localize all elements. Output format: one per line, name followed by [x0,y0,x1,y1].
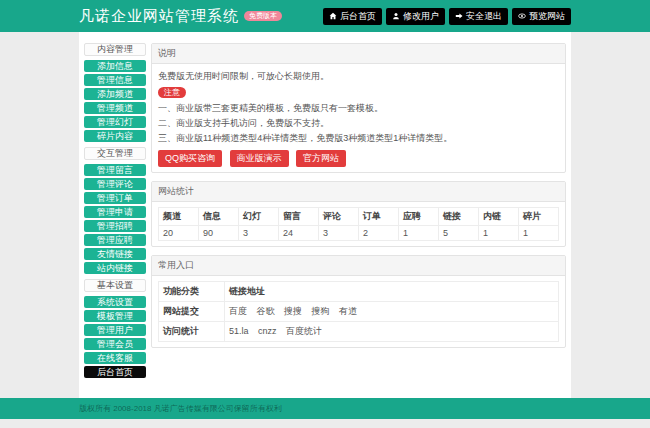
nav-backend-home-button[interactable]: 后台首页 [323,8,382,25]
entries-col-address: 链接地址 [225,282,559,302]
sidebar-item-fragment-content[interactable]: 碎片内容 [84,130,146,142]
stats-value: 5 [439,226,479,241]
note-item: 三、商业版11种频道类型4种详情类型，免费版3种频道类型1种详情类型。 [158,132,559,145]
stats-col-header: 链接 [439,208,479,226]
stats-col-header: 内链 [479,208,519,226]
sidebar-item-online-service[interactable]: 在线客服 [84,352,146,364]
sidebar-item-system-settings[interactable]: 系统设置 [84,296,146,308]
common-entries-title: 常用入口 [152,256,565,276]
top-bar: 凡诺企业网站管理系统 免费版本 后台首页 修改用户 安全退出 预览网站 [0,0,650,32]
nav-button-label: 预览网站 [529,12,565,21]
sidebar-item-backend-home[interactable]: 后台首页 [84,366,146,378]
sidebar-item-manage-applications[interactable]: 管理申请 [84,206,146,218]
entries-row-visit-stats: 访问统计 51.la cnzz 百度统计 [159,322,559,342]
sidebar-section-content-mgmt: 内容管理 [84,43,146,56]
entries-header-row: 功能分类 链接地址 [159,282,559,302]
sidebar: 内容管理 添加信息 管理信息 添加频道 管理频道 管理幻灯 碎片内容 交互管理 … [84,38,146,392]
eye-icon [518,12,526,20]
stats-value-row: 20 90 3 24 3 2 1 5 1 1 [159,226,559,241]
home-icon [329,12,337,20]
qq-purchase-consult-button[interactable]: QQ购买咨询 [158,150,222,167]
note-item: 二、商业版支持手机访问，免费版不支持。 [158,117,559,130]
app-title: 凡诺企业网站管理系统 [79,7,239,26]
entries-row-label: 网站提交 [159,302,225,322]
page: 凡诺企业网站管理系统 免费版本 后台首页 修改用户 安全退出 预览网站 [0,0,650,428]
notes-panel-title: 说明 [152,44,565,64]
logout-icon [455,12,463,20]
submit-link-youdao[interactable]: 有道 [339,306,357,316]
sidebar-section-interaction-mgmt: 交互管理 [84,147,146,160]
stats-col-header: 幻灯 [239,208,279,226]
stats-value: 2 [359,226,399,241]
stats-value: 24 [279,226,319,241]
entries-row-label: 访问统计 [159,322,225,342]
sidebar-item-manage-messages[interactable]: 管理留言 [84,164,146,176]
submit-link-google[interactable]: 谷歌 [257,306,275,316]
site-stats-panel: 网站统计 频道 信息 幻灯 留言 评论 订单 应聘 链接 内链 [151,181,566,247]
sidebar-item-add-channel[interactable]: 添加频道 [84,88,146,100]
stats-value: 3 [319,226,359,241]
stats-col-header: 碎片 [519,208,559,226]
sidebar-section-basic-settings: 基本设置 [84,279,146,292]
common-entries-panel: 常用入口 功能分类 链接地址 网站提交 百度 谷歌 搜搜 [151,255,566,348]
entries-col-category: 功能分类 [159,282,225,302]
sidebar-item-internal-links[interactable]: 站内链接 [84,262,146,274]
nav-button-label: 后台首页 [340,12,376,21]
nav-preview-site-button[interactable]: 预览网站 [512,8,571,25]
site-stats-table: 频道 信息 幻灯 留言 评论 订单 应聘 链接 内链 碎片 20 [158,207,559,241]
sidebar-item-manage-slides[interactable]: 管理幻灯 [84,116,146,128]
sidebar-item-manage-comments[interactable]: 管理评论 [84,178,146,190]
stats-col-header: 留言 [279,208,319,226]
notice-badge: 注意 [158,87,186,98]
sidebar-item-friend-links[interactable]: 友情链接 [84,248,146,260]
sidebar-item-manage-orders[interactable]: 管理订单 [84,192,146,204]
site-stats-title: 网站统计 [152,182,565,202]
sidebar-item-manage-recruitment[interactable]: 管理招聘 [84,220,146,232]
main-container: 内容管理 添加信息 管理信息 添加频道 管理频道 管理幻灯 碎片内容 交互管理 … [79,32,571,398]
copyright-text: 版权所有 2008-2018 凡诺广告传媒有限公司保留所有权利 [79,403,282,414]
stats-value: 20 [159,226,199,241]
nav-edit-user-button[interactable]: 修改用户 [386,8,445,25]
official-site-button[interactable]: 官方网站 [296,150,346,167]
stats-col-header: 信息 [199,208,239,226]
notes-panel: 说明 免费版无使用时间限制，可放心长期使用。 注意 一、商业版带三套更精美的模板… [151,43,566,173]
notes-intro: 免费版无使用时间限制，可放心长期使用。 [158,70,559,83]
footer: 版权所有 2008-2018 凡诺广告传媒有限公司保留所有权利 [0,398,650,419]
stats-link-cnzz[interactable]: cnzz [258,326,277,336]
content-area: 说明 免费版无使用时间限制，可放心长期使用。 注意 一、商业版带三套更精美的模板… [151,38,566,392]
submit-link-baidu[interactable]: 百度 [229,306,247,316]
stats-link-51la[interactable]: 51.la [229,326,249,336]
sidebar-item-add-info[interactable]: 添加信息 [84,60,146,72]
sidebar-item-manage-info[interactable]: 管理信息 [84,74,146,86]
stats-col-header: 应聘 [399,208,439,226]
common-entries-table: 功能分类 链接地址 网站提交 百度 谷歌 搜搜 搜狗 有道 [158,281,559,342]
stats-value: 3 [239,226,279,241]
sidebar-item-template-mgmt[interactable]: 模板管理 [84,310,146,322]
version-badge: 免费版本 [244,11,282,21]
stats-link-baidu-tongji[interactable]: 百度统计 [286,326,322,336]
nav-button-label: 修改用户 [403,12,439,21]
sidebar-item-manage-candidates[interactable]: 管理应聘 [84,234,146,246]
stats-value: 90 [199,226,239,241]
user-icon [392,12,400,20]
commercial-demo-button[interactable]: 商业版演示 [230,150,289,167]
submit-link-sogou[interactable]: 搜狗 [312,306,330,316]
nav-button-label: 安全退出 [466,12,502,21]
notes-button-row: QQ购买咨询 商业版演示 官方网站 [158,150,559,167]
nav-logout-button[interactable]: 安全退出 [449,8,508,25]
top-nav: 后台首页 修改用户 安全退出 预览网站 [319,8,571,25]
submit-link-soso[interactable]: 搜搜 [284,306,302,316]
stats-value: 1 [399,226,439,241]
sidebar-item-manage-users[interactable]: 管理用户 [84,324,146,336]
stats-header-row: 频道 信息 幻灯 留言 评论 订单 应聘 链接 内链 碎片 [159,208,559,226]
entries-row-site-submit: 网站提交 百度 谷歌 搜搜 搜狗 有道 [159,302,559,322]
stats-col-header: 订单 [359,208,399,226]
note-item: 一、商业版带三套更精美的模板，免费版只有一套模板。 [158,102,559,115]
stats-col-header: 频道 [159,208,199,226]
sidebar-item-manage-members[interactable]: 管理会员 [84,338,146,350]
stats-col-header: 评论 [319,208,359,226]
stats-value: 1 [519,226,559,241]
stats-value: 1 [479,226,519,241]
sidebar-item-manage-channel[interactable]: 管理频道 [84,102,146,114]
